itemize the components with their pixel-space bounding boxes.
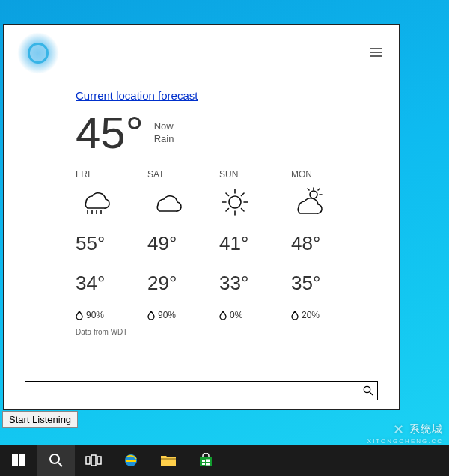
svg-line-19 xyxy=(370,392,373,395)
raindrop-icon xyxy=(219,311,227,320)
svg-point-4 xyxy=(229,196,241,208)
precip-value: 90% xyxy=(158,310,176,320)
cloud-icon xyxy=(147,186,219,219)
precip-row: 20% xyxy=(291,310,363,320)
forecast-day: SUN 41° 33° xyxy=(219,169,291,320)
folder-icon xyxy=(160,454,177,467)
task-view-icon xyxy=(85,454,102,466)
start-listening-button[interactable]: Start Listening xyxy=(2,411,78,428)
internet-explorer[interactable] xyxy=(112,445,150,476)
cortana-header xyxy=(4,25,399,67)
precip-row: 0% xyxy=(219,310,291,320)
weather-card: Current location forecast 45° Now Rain F… xyxy=(4,67,399,336)
forecast-day: FRI 55° 34° 90% xyxy=(76,169,147,320)
svg-rect-35 xyxy=(206,463,210,466)
svg-rect-32 xyxy=(202,460,205,462)
svg-point-13 xyxy=(310,191,317,198)
day-label: SAT xyxy=(147,169,219,180)
ie-icon xyxy=(123,452,139,469)
data-attribution: Data from WDT xyxy=(76,328,376,336)
partly-cloudy-icon xyxy=(291,186,363,219)
high-temp: 41° xyxy=(219,232,291,255)
svg-line-11 xyxy=(242,193,245,196)
day-label: SUN xyxy=(219,169,291,180)
low-temp: 29° xyxy=(147,272,219,295)
now-label: Now xyxy=(154,120,174,133)
start-button[interactable] xyxy=(0,445,37,476)
svg-rect-30 xyxy=(161,458,176,460)
cortana-window: Current location forecast 45° Now Rain F… xyxy=(3,24,400,410)
high-temp: 55° xyxy=(76,232,147,255)
svg-rect-22 xyxy=(12,460,18,466)
search-input[interactable] xyxy=(25,382,359,400)
low-temp: 33° xyxy=(219,272,291,295)
raindrop-icon xyxy=(291,311,299,320)
low-temp: 35° xyxy=(291,272,363,295)
high-temp: 48° xyxy=(291,232,363,255)
precip-value: 20% xyxy=(302,310,320,320)
cortana-logo-ring xyxy=(28,43,49,64)
desktop: Current location forecast 45° Now Rain F… xyxy=(0,0,449,476)
high-temp: 49° xyxy=(147,232,219,255)
day-label: MON xyxy=(291,169,363,180)
watermark: ✕ 系统城 XITONGCHENG.CC xyxy=(367,421,443,445)
search-icon[interactable] xyxy=(359,385,377,396)
current-temperature: 45° xyxy=(76,111,144,156)
svg-rect-27 xyxy=(91,455,96,466)
task-view-button[interactable] xyxy=(75,445,112,476)
svg-line-16 xyxy=(318,189,320,190)
raindrop-icon xyxy=(76,311,83,320)
search-icon xyxy=(49,453,64,468)
store-icon xyxy=(198,453,213,468)
svg-point-24 xyxy=(50,454,59,463)
windows-store[interactable] xyxy=(187,445,224,476)
current-condition: Now Rain xyxy=(154,120,174,146)
condition-label: Rain xyxy=(154,133,174,146)
svg-rect-20 xyxy=(12,454,18,460)
svg-line-9 xyxy=(226,193,229,196)
svg-rect-34 xyxy=(202,463,205,465)
svg-rect-23 xyxy=(19,460,25,466)
svg-rect-28 xyxy=(97,457,101,464)
svg-point-18 xyxy=(364,386,370,392)
raindrop-icon xyxy=(147,311,155,320)
search-button[interactable] xyxy=(37,445,75,476)
svg-line-17 xyxy=(308,189,309,190)
rain-icon xyxy=(76,186,147,219)
precip-value: 90% xyxy=(86,310,104,320)
precip-row: 90% xyxy=(147,310,219,320)
current-location-forecast-link[interactable]: Current location forecast xyxy=(76,89,198,102)
precip-row: 90% xyxy=(76,310,147,320)
low-temp: 34° xyxy=(76,272,147,295)
svg-rect-21 xyxy=(19,454,25,460)
svg-line-25 xyxy=(58,463,62,466)
forecast-days: FRI 55° 34° 90% xyxy=(76,169,376,320)
day-label: FRI xyxy=(76,169,147,180)
windows-icon xyxy=(11,453,26,468)
forecast-day: MON 48° 35° xyxy=(291,169,363,320)
svg-rect-33 xyxy=(206,460,210,463)
svg-rect-26 xyxy=(86,457,90,464)
file-explorer[interactable] xyxy=(150,445,187,476)
hamburger-menu-icon[interactable] xyxy=(370,46,382,59)
precip-value: 0% xyxy=(230,310,242,320)
cortana-search-bar[interactable] xyxy=(25,381,378,400)
taskbar xyxy=(0,445,449,476)
svg-line-12 xyxy=(226,209,229,212)
sun-icon xyxy=(219,186,291,219)
forecast-day: SAT 49° 29° 90% xyxy=(147,169,219,320)
current-weather-row: 45° Now Rain xyxy=(76,111,376,156)
svg-line-10 xyxy=(242,209,245,212)
